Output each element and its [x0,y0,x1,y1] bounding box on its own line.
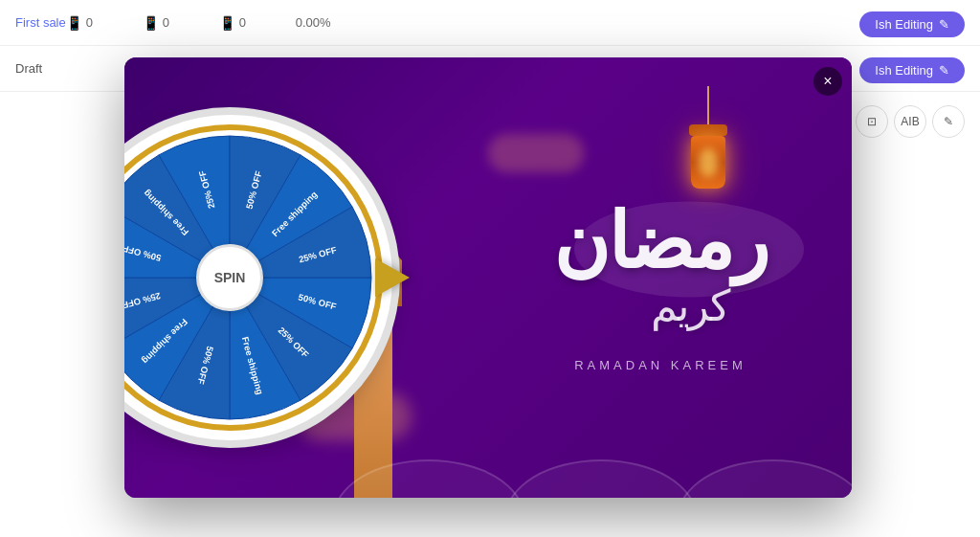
lantern-decoration [689,86,727,189]
row-name-first-sale: First sale [15,15,66,30]
spin-label: SPIN [214,270,246,285]
ramadan-kareem-text: RAMADAN KAREEM [498,359,823,373]
table-row: First sale 📱 0 📱 0 📱 0 0.00% [0,0,980,46]
edit-label-2: Ish Editing [875,63,933,78]
svg-text:رمضان: رمضان [553,200,768,287]
bottom-circle-1 [333,459,524,498]
table-cell: 0.00% [296,15,372,30]
edit-button-2[interactable]: Ish Editing ✎ [859,57,965,83]
wheel-pointer [375,258,410,297]
pencil-icon-1: ✎ [939,17,949,32]
svg-text:كريم: كريم [651,282,731,331]
table-cell: 📱 0 [219,15,296,31]
pencil-button[interactable]: ✎ [932,105,965,138]
bottom-circle-2 [505,459,697,498]
close-button[interactable]: × [813,67,842,96]
ai-label: AIB [901,115,919,128]
lantern-glow [699,148,718,177]
bottom-decoration [343,459,852,498]
arabic-calligraphy: رمضان كريم [498,182,823,350]
pencil-icon-2: ✎ [939,63,949,78]
edit-button-1[interactable]: Ish Editing ✎ [859,11,965,37]
close-icon: × [823,73,832,90]
lantern-chain [707,86,709,124]
row-name-draft: Draft [15,61,130,76]
ai-button[interactable]: AIB [894,105,926,138]
table-cell: 📱 0 [66,15,143,31]
circle-button-group: ⊡ AIB ✎ [856,105,965,138]
modal-overlay: × رمضان كريم [124,57,852,498]
spin-button[interactable]: SPIN [196,244,263,311]
grid-button[interactable]: ⊡ [856,105,888,138]
spin-wheel-container: 50% OFF [124,115,392,440]
phone-icon: 📱 [219,15,235,31]
table-cell: 📱 0 [143,15,219,31]
phone-icon: 📱 [143,15,159,31]
edit-label-1: Ish Editing [875,17,933,32]
arabic-text-area: رمضان كريم RAMADAN KAREEM [498,182,823,372]
cloud-decoration-right [488,134,584,172]
lantern-body [691,136,725,189]
bottom-circle-3 [678,459,852,498]
wheel-outer: 50% OFF [124,115,392,440]
phone-icon: 📱 [66,15,82,31]
lantern-top [689,124,727,136]
